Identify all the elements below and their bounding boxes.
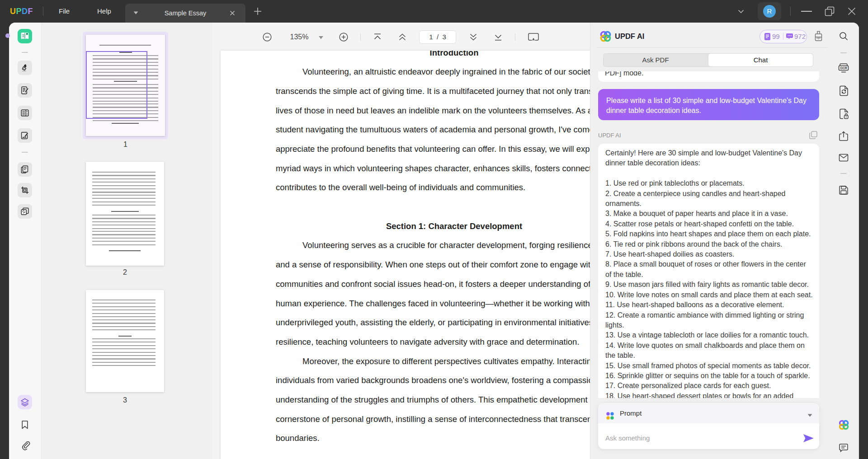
svg-text:OCR: OCR bbox=[840, 66, 847, 70]
